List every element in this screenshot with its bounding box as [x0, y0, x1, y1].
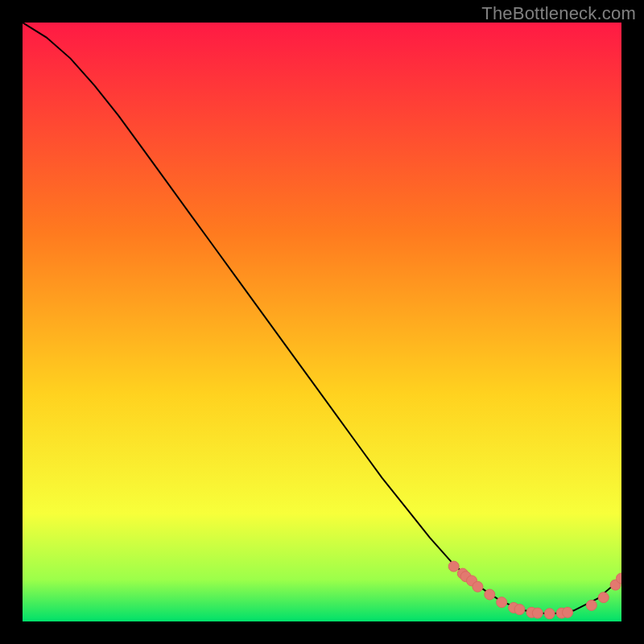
data-point — [497, 597, 507, 608]
data-point — [485, 589, 495, 600]
watermark-text: TheBottleneck.com — [481, 3, 636, 24]
chart-svg — [23, 23, 621, 621]
data-point — [448, 561, 459, 572]
data-point — [514, 605, 525, 615]
data-point — [598, 592, 609, 603]
gradient-background — [23, 23, 621, 621]
data-point — [473, 581, 483, 592]
data-point — [544, 609, 555, 619]
data-point — [532, 608, 543, 618]
data-point — [563, 607, 573, 617]
plot-area — [23, 23, 621, 621]
data-point — [586, 600, 597, 610]
chart-frame: TheBottleneck.com — [0, 0, 644, 644]
